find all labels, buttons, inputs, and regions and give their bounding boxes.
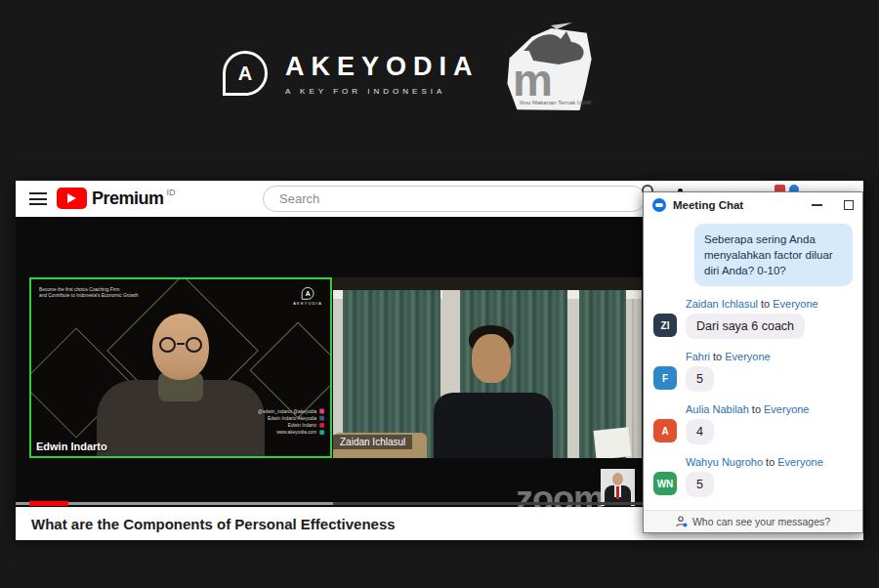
meeting-chat-window: Meeting Chat Seberapa sering Anda menyal… (643, 191, 863, 533)
social-handles: @edwin_indarto @akeyodia Edwin Indarto A… (258, 406, 324, 435)
website-icon (319, 430, 324, 435)
chat-bubble: 5 (686, 472, 714, 497)
akeyodia-wordmark: AKEYODIA (285, 52, 480, 82)
video-title: What are the Components of Personal Effe… (31, 508, 396, 541)
own-chat-bubble: Seberapa sering Anda menyalahkan factor … (694, 224, 853, 286)
chat-privacy-footer[interactable]: Who can see your messages? (644, 510, 862, 532)
audience-label[interactable]: Everyone (725, 351, 770, 362)
zoom-chat-icon (652, 198, 666, 212)
chat-title: Meeting Chat (673, 199, 812, 211)
chat-message: FahritoEveryone F 5 (653, 351, 853, 392)
chat-message: Veronica sri indrayanitoEveryone VS (653, 509, 853, 510)
host-webcam-thumbnail (601, 469, 635, 506)
audience-label[interactable]: Everyone (777, 456, 822, 468)
sender-name[interactable]: Fahri (686, 351, 710, 362)
chat-titlebar[interactable]: Meeting Chat (644, 192, 862, 218)
sender-name[interactable]: Aulia Nabilah (686, 403, 749, 415)
hamburger-menu-icon[interactable] (29, 192, 47, 205)
chat-bubble: 5 (686, 366, 714, 392)
youtube-premium-logo[interactable]: Premium ID (57, 188, 176, 209)
search-bar[interactable] (263, 186, 646, 212)
desktop-stage: A AKEYODIA A KEY FOR INDONESIA m Ilmu Ma… (0, 0, 879, 588)
chat-message-list[interactable]: Seberapa sering Anda menyalahkan factor … (644, 218, 862, 510)
avatar: A (653, 419, 677, 442)
sender-name[interactable]: Wahyu Nugroho (686, 456, 763, 468)
imt-ugm-logo: m Ilmu Makanan Ternak UGM (500, 21, 598, 117)
person-icon (676, 516, 688, 527)
video-feed-zaidan: Zaidan Ichlasul (333, 277, 642, 458)
svg-text:m: m (513, 55, 553, 105)
chat-bubble: Dari saya 6 coach (686, 314, 805, 339)
video-feed-edwin: Become the first choice Coaching Firm an… (29, 277, 332, 458)
participant-name-label: Edwin Indarto (36, 441, 107, 452)
sender-name[interactable]: Zaidan Ichlasul (686, 298, 758, 310)
feed-overlay-text: Become the first choice Coaching Firm an… (39, 286, 139, 299)
avatar: WN (653, 472, 677, 495)
audience-label[interactable]: Everyone (773, 298, 817, 310)
youtube-icon (319, 423, 324, 428)
akeyodia-logo: A AKEYODIA A KEY FOR INDONESIA (223, 51, 480, 96)
sender-name[interactable]: Veronica sri indrayani (686, 509, 788, 510)
akeyodia-tagline: A KEY FOR INDONESIA (285, 87, 480, 96)
played-bar (29, 501, 68, 506)
chat-message: Aulia NabilahtoEveryone A 4 (653, 403, 853, 444)
glasses (155, 337, 206, 355)
audience-label[interactable]: Everyone (803, 509, 848, 510)
akeyodia-corner-logo: A AKEYODIA (293, 287, 322, 306)
youtube-region-tag: ID (167, 188, 176, 197)
youtube-brand-label: Premium (92, 188, 164, 209)
participant-name-label: Zaidan Ichlasul (333, 435, 412, 449)
instagram-icon (319, 409, 324, 414)
imt-caption: Ilmu Makanan Ternak UGM (520, 100, 591, 105)
akeyodia-mark-icon: A (223, 51, 268, 96)
maximize-button[interactable] (844, 200, 854, 210)
chat-message: Wahyu NugrohotoEveryone WN 5 (653, 456, 853, 497)
minimize-button[interactable] (812, 204, 822, 206)
facebook-icon (319, 416, 324, 421)
search-input[interactable] (277, 190, 607, 207)
youtube-play-icon (57, 188, 87, 209)
audience-label[interactable]: Everyone (764, 403, 809, 415)
chat-bubble: 4 (686, 419, 714, 444)
chat-message: Zaidan IchlasultoEveryone ZI Dari saya 6… (653, 298, 853, 339)
avatar: F (653, 366, 677, 390)
avatar: ZI (653, 314, 677, 337)
